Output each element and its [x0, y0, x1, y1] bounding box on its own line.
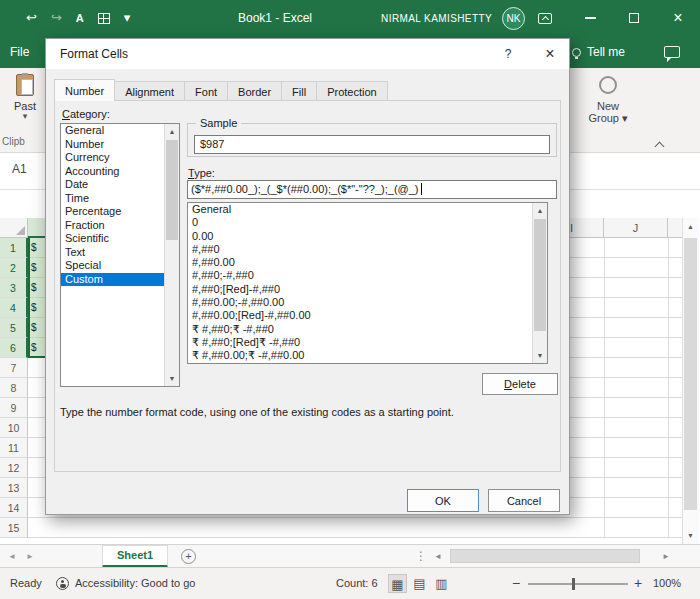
delete-button[interactable]: Delete [482, 373, 558, 395]
format-option[interactable]: #,##0 [188, 243, 532, 256]
tab-number[interactable]: Number [54, 79, 115, 101]
account-name[interactable]: NIRMAL KAMISHETTY [381, 13, 492, 24]
new-group-button[interactable]: New Group ▾ [580, 76, 636, 125]
format-option[interactable]: General [188, 203, 532, 216]
type-input[interactable]: ($*#,##0.00_);_(_$*(##0.00);_($*"-"??_);… [187, 180, 557, 199]
collapse-ribbon-icon[interactable] [655, 140, 664, 149]
row-header[interactable]: 3 [0, 278, 28, 298]
maximize-button[interactable] [612, 0, 656, 36]
format-option[interactable]: 0.00 [188, 230, 532, 243]
dialog-help-icon[interactable]: ? [496, 44, 520, 64]
name-box[interactable]: A1 [12, 162, 27, 176]
category-option[interactable]: Currency [61, 151, 164, 165]
cell[interactable]: $ [28, 318, 45, 338]
qat-customize-icon[interactable]: ▾ [124, 11, 131, 25]
paste-button[interactable]: Past ▾ [6, 74, 44, 136]
tab-alignment[interactable]: Alignment [114, 81, 185, 101]
borders-icon[interactable] [98, 13, 110, 24]
format-option[interactable]: #,##0;-#,##0 [188, 269, 532, 282]
category-scrollbar[interactable]: ▲ ▼ [164, 124, 179, 386]
tab-scroll-divider[interactable]: ⋮ [415, 549, 427, 563]
minimize-button[interactable] [568, 0, 612, 36]
scroll-down-icon[interactable]: ▼ [533, 348, 547, 363]
cell[interactable]: $ [28, 298, 45, 318]
row-header[interactable]: 12 [0, 458, 28, 478]
column-header-j[interactable]: J [604, 218, 668, 238]
page-layout-view-icon[interactable]: ▤ [410, 574, 429, 593]
hscroll-right-icon[interactable]: ► [662, 552, 670, 561]
redo-icon[interactable]: ↪ [51, 11, 62, 25]
hscroll-left-icon[interactable]: ◄ [434, 552, 442, 561]
undo-icon[interactable]: ↩ [26, 11, 37, 25]
new-sheet-button[interactable]: + [181, 549, 196, 564]
normal-view-icon[interactable]: ▦ [388, 574, 407, 593]
category-option[interactable]: Percentage [61, 205, 164, 219]
scroll-down-icon[interactable]: ▼ [165, 371, 179, 386]
row-header[interactable]: 5 [0, 318, 28, 338]
zoom-slider-track[interactable] [528, 583, 628, 585]
category-option[interactable]: General [61, 124, 164, 138]
tab-file[interactable]: File [10, 36, 29, 68]
close-button[interactable]: × [656, 0, 700, 36]
account-avatar[interactable]: NK [502, 7, 525, 30]
scroll-down-icon[interactable]: ▼ [682, 527, 699, 544]
ok-button[interactable]: OK [407, 489, 479, 512]
cell[interactable]: $ [28, 338, 45, 358]
format-option[interactable]: ₹ #,##0;₹ -#,##0 [188, 323, 532, 336]
scroll-up-icon[interactable]: ▲ [682, 218, 699, 235]
format-option[interactable]: ₹ #,##0;[Red]₹ -#,##0 [188, 336, 532, 349]
row-header[interactable]: 1 [0, 238, 28, 258]
row-header[interactable]: 15 [0, 518, 28, 538]
category-option[interactable]: Scientific [61, 232, 164, 246]
zoom-in-icon[interactable]: + [634, 575, 642, 591]
dialog-close-icon[interactable]: × [534, 43, 566, 65]
sheet-nav-right-icon[interactable]: ► [26, 552, 34, 561]
vertical-scrollbar-thumb[interactable] [684, 238, 697, 510]
page-break-view-icon[interactable]: ▥ [432, 574, 451, 593]
sheet-nav-left-icon[interactable]: ◄ [8, 552, 16, 561]
type-listbox[interactable]: General 0 0.00 #,##0 #,##0.00 #,##0;-#,#… [187, 202, 548, 364]
scroll-up-icon[interactable]: ▲ [533, 203, 547, 218]
select-all-button[interactable] [0, 218, 28, 238]
horizontal-scrollbar-thumb[interactable] [450, 549, 640, 563]
category-option[interactable]: Number [61, 138, 164, 152]
zoom-out-icon[interactable]: − [512, 575, 520, 591]
category-option[interactable]: Date [61, 178, 164, 192]
cancel-button[interactable]: Cancel [488, 489, 560, 512]
font-color-icon[interactable]: A [76, 13, 84, 23]
sheet-tab-sheet1[interactable]: Sheet1 [102, 545, 168, 568]
category-option[interactable]: Time [61, 192, 164, 206]
row-header[interactable]: 2 [0, 258, 28, 278]
zoom-level[interactable]: 100% [653, 577, 681, 589]
comments-icon[interactable] [664, 46, 680, 58]
row-header[interactable]: 14 [0, 498, 28, 518]
tell-me-box[interactable]: Tell me [572, 36, 625, 68]
type-scrollbar-thumb[interactable] [534, 219, 546, 331]
tab-protection[interactable]: Protection [316, 81, 388, 101]
cell[interactable]: $ [28, 278, 45, 298]
tab-font[interactable]: Font [184, 81, 228, 101]
row-header[interactable]: 11 [0, 438, 28, 458]
accessibility-status[interactable]: Accessibility: Good to go [75, 577, 195, 589]
tab-border[interactable]: Border [227, 81, 282, 101]
format-option[interactable]: ₹ #,##0.00;₹ -#,##0.00 [188, 349, 532, 362]
format-option[interactable]: #,##0.00;[Red]-#,##0.00 [188, 309, 532, 322]
format-option[interactable]: #,##0;[Red]-#,##0 [188, 283, 532, 296]
row-header[interactable]: 10 [0, 418, 28, 438]
ribbon-display-options-icon[interactable] [538, 13, 552, 24]
scroll-up-icon[interactable]: ▲ [165, 124, 179, 139]
row-header[interactable]: 7 [0, 358, 28, 378]
format-option[interactable]: #,##0.00;-#,##0.00 [188, 296, 532, 309]
row-header[interactable]: 6 [0, 338, 28, 358]
tab-fill[interactable]: Fill [281, 81, 317, 101]
type-scrollbar[interactable]: ▲ ▼ [532, 203, 547, 363]
row-header[interactable]: 8 [0, 378, 28, 398]
category-scrollbar-thumb[interactable] [166, 140, 178, 240]
category-option[interactable]: Fraction [61, 219, 164, 233]
cell[interactable]: $ [28, 258, 45, 278]
row-header[interactable]: 9 [0, 398, 28, 418]
category-option[interactable]: Text [61, 246, 164, 260]
row-header[interactable]: 4 [0, 298, 28, 318]
category-option[interactable]: Accounting [61, 165, 164, 179]
cell[interactable]: $ [28, 238, 45, 258]
